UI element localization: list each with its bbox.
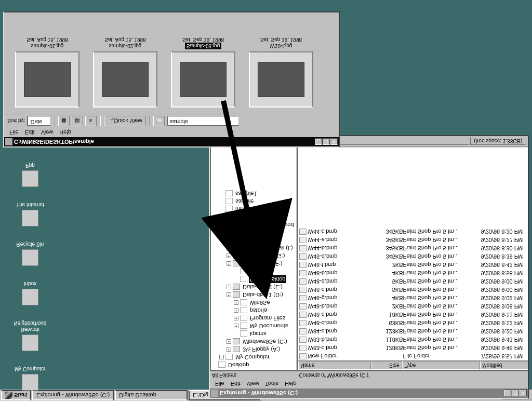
desktop-icon-mycomputer[interactable]: My Computer — [15, 366, 46, 391]
desktop-icon-recycle[interactable]: Recycle Bin — [17, 241, 44, 266]
expand-toggle[interactable]: + — [227, 292, 231, 297]
col-type[interactable]: Type — [402, 361, 480, 370]
file-row[interactable]: W48-c.bmp18KBPaint Shop Pro 5 Im...9/20/… — [298, 311, 528, 319]
slide-thumbnail[interactable] — [249, 51, 313, 108]
slide-item[interactable]: W10-f.jpgSat, Sep 19, 1998 — [247, 19, 315, 108]
expand-toggle[interactable]: + — [227, 347, 231, 352]
file-row[interactable]: W48-b.bmp2KBPaint Shop Pro 5 Im...9/20/9… — [298, 302, 528, 311]
tree-node[interactable]: DigitaDesktop — [212, 275, 295, 283]
view-large-icons-button[interactable]: ▦ — [58, 116, 70, 126]
file-row[interactable]: W48-c.bmp5KBPaint Shop Pro 5 Im...9/20/9… — [298, 286, 528, 294]
tree-node[interactable]: +Windows95j (G:) — [212, 252, 295, 260]
file-row[interactable]: W48-b.bmp4KBPaint Shop Pro 5 Im...9/20/9… — [298, 269, 528, 277]
slide-thumbnail[interactable] — [93, 51, 157, 108]
expand-toggle[interactable]: + — [227, 261, 231, 266]
sort-dropdown[interactable]: Date — [27, 116, 50, 126]
file-icon — [299, 312, 307, 318]
tree-node[interactable]: +Removable Disk (I:) — [212, 244, 295, 252]
menu-tools[interactable]: Tools — [262, 380, 282, 388]
menu-file[interactable]: File — [212, 380, 228, 388]
slide-item[interactable]: sample-02.jpgSat, Aug 15, 1998 — [91, 19, 159, 108]
file-row[interactable]: W46-g.bmp4KBPaint Shop Pro 5 Im...9/20/9… — [298, 294, 528, 302]
expand-toggle[interactable]: + — [234, 308, 238, 313]
file-row[interactable]: New FolderFile Folder7/28/99 6:57 PM — [298, 352, 528, 360]
start-button[interactable]: Start — [1, 390, 31, 400]
tree-node[interactable]: -Data-disk-2 (E:) — [212, 283, 295, 291]
maximize-button[interactable]: □ — [323, 139, 330, 145]
desktop-icon-ppp[interactable]: Ppp — [22, 162, 38, 187]
tree-node[interactable]: +Data-disk-1 (D:) — [212, 291, 295, 299]
file-modified: 9/20/98 8:27 PM — [481, 236, 528, 244]
view-list-button[interactable]: ≡ — [85, 116, 97, 126]
tree-node[interactable]: +Network Neighborhood — [212, 221, 295, 229]
tree-node[interactable]: -My Computer — [212, 353, 295, 361]
tree-node[interactable]: kpcms — [212, 330, 295, 338]
expand-toggle[interactable]: + — [227, 253, 231, 258]
desktop-icon-internet[interactable]: The Internet — [16, 202, 44, 226]
file-row[interactable]: W48-f.bmp2KBPaint Shop Pro 5 Im...9/20/9… — [298, 261, 528, 269]
tree-node[interactable]: +Win9Se — [212, 299, 295, 306]
taskbar-button-explorer[interactable]: Exploring - Windows9Se (C:) — [32, 390, 114, 400]
tree-node[interactable]: -Windows9Se (C:) — [212, 338, 295, 345]
taskbar-button-digita[interactable]: Digita Desktop — [115, 390, 188, 400]
tree-node[interactable]: Desktop — [212, 361, 295, 369]
file-row[interactable]: W83-b.bmp118KBPaint Shop Pro 5 Im...9/20… — [298, 336, 528, 344]
file-row[interactable]: W44-c.bmp345KBPaint Shop Pro 5 Im...9/20… — [298, 227, 528, 236]
col-size[interactable]: Size — [371, 361, 402, 370]
close-button[interactable]: × — [520, 390, 527, 397]
minimize-button[interactable]: _ — [504, 390, 511, 397]
quick-view-button[interactable]: 🔍 Quick View — [104, 116, 146, 126]
menu-edit[interactable]: Edit — [22, 128, 38, 137]
slide-thumbnail[interactable] — [15, 51, 79, 108]
tree-node[interactable]: +My Documents — [212, 322, 295, 330]
maximize-button[interactable]: □ — [512, 390, 519, 397]
col-name[interactable]: Name — [298, 361, 371, 370]
menu-help[interactable]: Help — [282, 380, 300, 388]
tree-node[interactable]: +3½ Floppy (A:) — [212, 345, 295, 353]
slide-thumbnail[interactable] — [171, 51, 235, 108]
file-row[interactable]: W83-c.bmp128KBPaint Shop Pro 5 Im...9/20… — [298, 344, 528, 352]
viewer-titlebar[interactable]: C:/WIN9SE/DESKTOP/sample _ □ × — [4, 137, 339, 146]
file-size: 2KB — [372, 302, 403, 311]
tree-node[interactable]: +Program Files — [212, 314, 295, 322]
file-row[interactable]: W44-b.bmp345KBPaint Shop Pro 5 Im...9/20… — [298, 244, 528, 252]
tree-node[interactable]: Printers — [212, 229, 295, 236]
menu-view[interactable]: View — [38, 128, 57, 137]
tree-node[interactable]: sample — [212, 197, 295, 205]
tree-node[interactable]: Control Panel — [212, 236, 295, 244]
expand-toggle[interactable]: + — [234, 324, 238, 328]
tree-node[interactable]: +pstoria — [212, 306, 295, 314]
folder-up-button[interactable]: 📁 — [153, 116, 165, 126]
expand-toggle[interactable]: - — [227, 339, 231, 344]
menu-view[interactable]: View — [244, 380, 262, 388]
folder-dropdown[interactable]: sample — [167, 116, 240, 126]
slide-item[interactable]: Sample-03.jpgSat, Sep 19, 1998 — [169, 19, 237, 108]
menu-file[interactable]: File — [6, 128, 22, 137]
tree-node[interactable]: +Data-disk-3 (F:) — [212, 260, 295, 267]
view-small-icons-button[interactable]: ▤ — [72, 116, 83, 126]
col-modified[interactable]: Modified — [480, 361, 528, 370]
file-row[interactable]: W44-e.bmp345KBPaint Shop Pro 5 Im...9/20… — [298, 236, 528, 244]
tree-node[interactable]: Remake — [212, 267, 295, 275]
expand-toggle[interactable]: + — [219, 222, 224, 227]
expand-toggle[interactable]: + — [234, 316, 238, 320]
file-row[interactable]: W48-d.bmp63KBPaint Shop Pro 5 Im...9/20/… — [298, 319, 528, 327]
slide-item[interactable]: sample-01.jpgSat, Aug 15, 1998 — [14, 19, 81, 108]
close-button[interactable]: × — [330, 139, 338, 145]
file-row[interactable]: W84-c.bmp123KBPaint Shop Pro 5 Im...9/20… — [298, 327, 528, 336]
tree-node[interactable]: minolta — [212, 205, 295, 213]
desktop-icon-network[interactable]: Network Neighborhood — [9, 320, 51, 351]
expand-toggle[interactable]: - — [219, 355, 224, 359]
tree-node[interactable]: sample1 — [212, 190, 295, 197]
tree-node[interactable]: Recycle Bin — [212, 213, 295, 221]
explorer-titlebar[interactable]: Exploring - Windows9Se (C:) _ □ × — [210, 388, 528, 398]
expand-toggle[interactable]: + — [227, 246, 231, 250]
desktop-icon-inbox[interactable]: Inbox — [22, 280, 38, 305]
file-row[interactable]: W45-d.bmp345KBPaint Shop Pro 5 Im...9/20… — [298, 252, 528, 261]
minimize-button[interactable]: _ — [315, 139, 322, 145]
menu-help[interactable]: Help — [56, 128, 74, 137]
expand-toggle[interactable]: - — [227, 285, 231, 289]
file-row[interactable]: W48-d.bmp5KBPaint Shop Pro 5 Im...9/20/9… — [298, 277, 528, 286]
expand-toggle[interactable]: + — [234, 300, 238, 305]
menu-edit[interactable]: Edit — [228, 380, 244, 388]
